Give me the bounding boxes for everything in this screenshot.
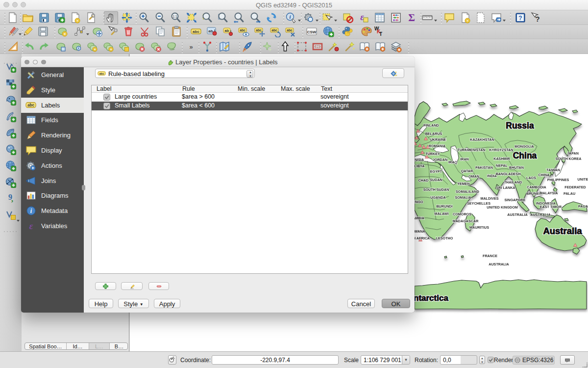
svg-text:SRI LANKA: SRI LANKA: [496, 185, 515, 190]
svg-text:THAILAND: THAILAND: [504, 180, 522, 184]
svg-text:SOUTH SUDAN: SOUTH SUDAN: [423, 187, 449, 192]
svg-text:BHUTAN: BHUTAN: [509, 165, 524, 170]
svg-text:JORDAN: JORDAN: [433, 158, 447, 162]
svg-text:Σ: Σ: [408, 12, 415, 24]
svg-text:AUSTRALIA: AUSTRALIA: [530, 212, 551, 217]
svg-text:ε: ε: [360, 12, 364, 22]
svg-text:co: co: [394, 74, 397, 77]
svg-text:CAMBODIA: CAMBODIA: [527, 185, 546, 189]
svg-text:»: »: [189, 43, 193, 51]
svg-text:ab: ab: [208, 29, 213, 33]
svg-text:T: T: [379, 31, 382, 37]
svg-text:UKRAINE: UKRAINE: [430, 137, 446, 142]
svg-text:i: i: [30, 208, 32, 214]
svg-text:KAZAKHSTAN: KAZAKHSTAN: [470, 137, 494, 142]
svg-text:?: ?: [518, 15, 522, 22]
svg-text:Australia: Australia: [543, 226, 582, 236]
svg-text:IRAN: IRAN: [460, 157, 469, 161]
svg-text:abc: abc: [287, 28, 293, 32]
svg-text:EGYPT: EGYPT: [430, 169, 442, 174]
svg-text:BELARUS: BELARUS: [425, 131, 442, 136]
svg-text:BANGLADESH: BANGLADESH: [496, 172, 521, 176]
svg-text:MONGOLIA: MONGOLIA: [514, 144, 534, 149]
svg-text:FINLAND: FINLAND: [423, 123, 439, 128]
svg-text:COMOROS: COMOROS: [453, 212, 471, 216]
svg-text:?: ?: [535, 15, 539, 23]
svg-text:FEDERATED: FEDERATED: [564, 185, 586, 189]
svg-text:EAST TIMOR: EAST TIMOR: [540, 205, 562, 209]
svg-text:PAKISTAN: PAKISTAN: [475, 165, 493, 170]
svg-text:SINGAPORE: SINGAPORE: [504, 198, 525, 202]
svg-text:LIBYA: LIBYA: [415, 164, 425, 168]
svg-text:AUSTRALIA: AUSTRALIA: [507, 212, 528, 217]
svg-text:PHILIPPINES: PHILIPPINES: [547, 178, 569, 182]
svg-text:1:1: 1:1: [172, 15, 177, 18]
svg-text:CHINA: CHINA: [539, 173, 550, 177]
svg-text:China: China: [513, 151, 537, 160]
svg-text:LAOS: LAOS: [526, 176, 536, 180]
svg-text:UNITED KINGDOM: UNITED KINGDOM: [487, 205, 518, 210]
svg-text:SOMALIA: SOMALIA: [455, 195, 471, 200]
svg-text:JAPAN: JAPAN: [567, 151, 579, 156]
svg-text:BRUNEI: BRUNEI: [526, 191, 540, 196]
svg-text:PAUA: PAUA: [578, 204, 588, 209]
svg-text:,: ,: [11, 195, 13, 203]
svg-text:IRAQ: IRAQ: [448, 160, 457, 164]
svg-text:PALAU: PALAU: [564, 191, 575, 196]
svg-text:OMAN: OMAN: [468, 174, 479, 179]
svg-text:MADAGASCAR: MADAGASCAR: [453, 219, 479, 223]
svg-text:BURUNDI: BURUNDI: [436, 204, 452, 209]
svg-text:abc: abc: [27, 103, 34, 107]
svg-text:SUDAN: SUDAN: [430, 178, 442, 182]
svg-text:TURKEY: TURKEY: [425, 152, 440, 156]
svg-text:NEPAL: NEPAL: [496, 163, 508, 168]
svg-text:ab: ab: [225, 28, 229, 33]
svg-text:SOUTH KOREA: SOUTH KOREA: [555, 157, 581, 161]
svg-text:UGANDA: UGANDA: [430, 195, 446, 200]
svg-text:TURKMENISTAN: TURKMENISTAN: [458, 148, 486, 152]
svg-text:H AFRICA: H AFRICA: [413, 236, 430, 240]
svg-text:KYRGYZSTAN: KYRGYZSTAN: [490, 148, 514, 152]
svg-text:MALAYSIA: MALAYSIA: [540, 191, 558, 195]
svg-text:abc: abc: [193, 29, 199, 34]
svg-text:QATAR: QATAR: [461, 169, 473, 173]
svg-text:CSW: CSW: [307, 30, 317, 34]
svg-text:LESOTHO: LESOTHO: [436, 236, 453, 240]
svg-text:abc: abc: [256, 28, 262, 32]
svg-text:YEMEN: YEMEN: [457, 182, 470, 186]
svg-text:FRANCE: FRANCE: [483, 254, 497, 258]
svg-text:abc: abc: [271, 28, 277, 32]
svg-text:UNITED: UNITED: [578, 177, 588, 182]
svg-text:SOMALILAND: SOMALILAND: [456, 189, 479, 194]
svg-text:ROMANIA: ROMANIA: [429, 144, 445, 148]
svg-text:KASHMIR: KASHMIR: [493, 157, 510, 161]
svg-text:abc: abc: [240, 28, 245, 32]
svg-text:MALAWI: MALAWI: [434, 211, 448, 216]
svg-text:n: n: [395, 71, 396, 74]
svg-text:CHAD: CHAD: [418, 178, 429, 183]
svg-text:ntarctica: ntarctica: [414, 293, 448, 303]
svg-text:abc: abc: [99, 72, 104, 75]
svg-text:AUSTRALIA: AUSTRALIA: [489, 262, 509, 266]
svg-text:MALDIVES: MALDIVES: [480, 196, 498, 201]
svg-text:Russia: Russia: [506, 121, 534, 131]
svg-text:ε: ε: [29, 221, 33, 231]
svg-text:TAIWAN: TAIWAN: [546, 168, 560, 172]
svg-text:MAURITIUS: MAURITIUS: [469, 225, 489, 230]
